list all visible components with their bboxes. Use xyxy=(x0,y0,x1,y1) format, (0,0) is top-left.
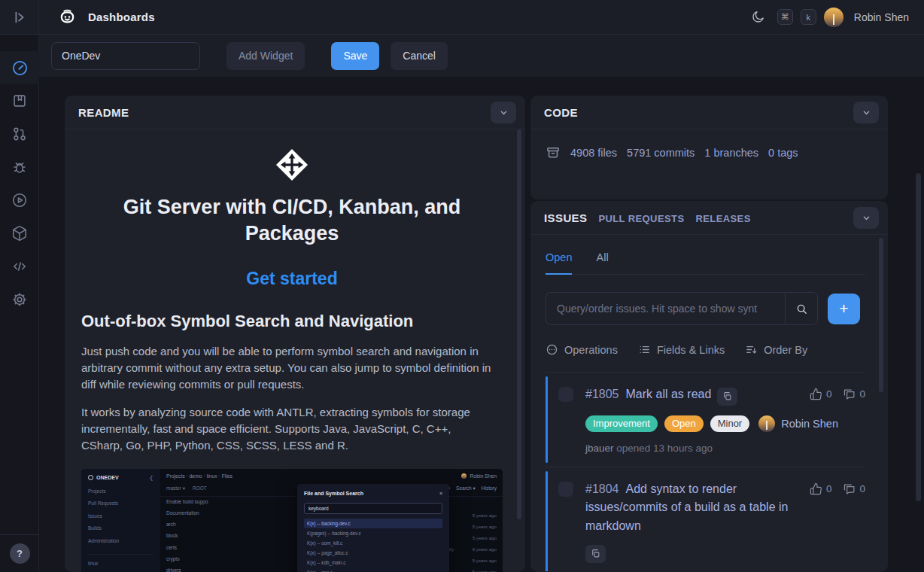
shortcut-cmd-key: ⌘ xyxy=(777,9,793,25)
copy-button[interactable] xyxy=(585,545,606,563)
issues-collapse-button[interactable] xyxy=(853,207,879,229)
thumbs-up-icon xyxy=(810,388,822,400)
readme-paragraph-2: It works by analyzing source code with A… xyxy=(81,404,494,453)
issue-actions: 0 0 xyxy=(810,388,865,400)
save-button[interactable]: Save xyxy=(331,42,379,70)
code-icon xyxy=(11,258,28,275)
issue-title[interactable]: #1804Add syntax to render issues/commits… xyxy=(585,480,810,536)
screenshot-collapse-icon: ❬ xyxy=(149,475,153,481)
expand-sidebar-icon[interactable] xyxy=(11,9,28,26)
circle-ellipsis-icon xyxy=(546,343,558,356)
screenshot-breadcrumb: Projects · demo · linux · Files xyxy=(166,473,233,479)
screenshot-user: Robin Shen xyxy=(461,473,497,479)
rail-nav xyxy=(0,51,38,316)
sidebar-item-issues[interactable] xyxy=(0,151,39,184)
issue-checkbox[interactable] xyxy=(558,387,573,402)
issue-actions: 0 0 xyxy=(810,482,865,495)
label-open[interactable]: Open xyxy=(664,415,704,432)
copy-button[interactable] xyxy=(717,388,737,406)
query-input-group xyxy=(546,292,818,325)
code-widget-header: CODE xyxy=(530,96,888,129)
issues-scrollbar[interactable] xyxy=(879,238,883,392)
code-collapse-button[interactable] xyxy=(853,102,879,123)
left-rail: ? xyxy=(0,0,39,572)
onedev-diamond-logo xyxy=(81,148,503,182)
search-button[interactable] xyxy=(785,292,818,325)
assignee-avatar xyxy=(758,415,775,432)
dashboard-name-input[interactable] xyxy=(51,42,200,70)
label-improvement[interactable]: Improvement xyxy=(585,415,658,432)
chevron-down-icon xyxy=(498,107,509,118)
readme-widget: README Git Server with CI/CD, Kanban, an… xyxy=(65,96,525,572)
vote-action[interactable]: 0 xyxy=(810,482,832,495)
screenshot-file-list: Enable build suppoDocumentationarchblock… xyxy=(166,499,249,572)
sidebar-item-packages[interactable] xyxy=(0,217,39,250)
readme-content: Git Server with CI/CD, Kanban, and Packa… xyxy=(65,129,525,572)
releases-link[interactable]: RELEASES xyxy=(695,213,750,224)
comment-icon xyxy=(843,388,856,400)
user-avatar[interactable] xyxy=(824,8,843,27)
commits-stat-link[interactable]: 5791 commits xyxy=(627,147,695,159)
user-name[interactable]: Robin Shen xyxy=(854,11,909,23)
sidebar-item-code[interactable] xyxy=(0,250,39,283)
thumbs-up-icon xyxy=(810,482,822,495)
add-widget-button[interactable]: Add Widget xyxy=(226,42,305,70)
screenshot-search-query: keyboard xyxy=(304,503,442,514)
issue-row-1804[interactable]: #1804Add syntax to render issues/commits… xyxy=(546,467,865,572)
rail-bottom: ? xyxy=(0,534,39,572)
tab-all[interactable]: All xyxy=(596,251,608,274)
onedev-logo-icon xyxy=(57,7,78,27)
help-button[interactable]: ? xyxy=(10,543,30,564)
fields-links-menu[interactable]: Fields & Links xyxy=(638,343,725,356)
issue-assignee[interactable]: Robin Shen xyxy=(758,415,838,432)
readme-heading: Git Server with CI/CD, Kanban, and Packa… xyxy=(104,194,480,246)
issue-main: #1805Mark all as read 0 0 xyxy=(585,385,865,454)
dark-mode-icon[interactable] xyxy=(751,10,765,24)
readme-subheading: Out-of-box Symbol Search and Navigation xyxy=(81,312,503,331)
page-scrollbar[interactable] xyxy=(916,173,921,501)
issues-search-row: + xyxy=(546,292,865,325)
comment-action[interactable]: 0 xyxy=(843,482,865,495)
issue-title[interactable]: #1805Mark all as read xyxy=(585,385,810,406)
label-minor[interactable]: Minor xyxy=(710,415,750,432)
issue-number: #1804 xyxy=(585,482,619,495)
sidebar-item-wiki[interactable] xyxy=(0,84,39,117)
sidebar-item-dashboards[interactable] xyxy=(0,51,39,84)
readme-scrollbar[interactable] xyxy=(517,129,521,519)
assignee-name: Robin Shen xyxy=(781,418,838,430)
branches-stat-link[interactable]: 1 branches xyxy=(704,147,758,159)
page-title: Dashboards xyxy=(88,11,155,23)
tab-open[interactable]: Open xyxy=(546,251,572,275)
sidebar-item-administration[interactable] xyxy=(0,283,39,316)
add-issue-button[interactable]: + xyxy=(828,294,860,324)
tags-stat-link[interactable]: 0 tags xyxy=(768,147,798,159)
issues-menus-row: Operations Fields & Links Order By xyxy=(546,343,865,356)
files-stat-link[interactable]: 4908 files xyxy=(570,147,617,159)
operations-menu[interactable]: Operations xyxy=(546,343,618,356)
gauge-icon xyxy=(11,59,29,77)
order-by-menu[interactable]: Order By xyxy=(745,343,807,356)
readme-collapse-button[interactable] xyxy=(491,102,516,123)
archive-icon xyxy=(546,145,561,160)
screenshot-search-modal: File and Symbol Search × keyboard K(x) -… xyxy=(297,484,449,572)
comment-action[interactable]: 0 xyxy=(843,388,865,400)
issue-query-input[interactable] xyxy=(546,292,785,325)
chevron-down-icon xyxy=(861,212,872,224)
issue-labels: Improvement Open Minor Robin Shen xyxy=(585,415,865,432)
screenshot-search-results: K(x) -- backing-dev.cK(pages) -- backing… xyxy=(304,519,442,572)
comment-icon xyxy=(843,482,856,495)
code-widget-title: CODE xyxy=(544,106,578,119)
issue-row-1805[interactable]: #1805Mark all as read 0 0 xyxy=(546,372,865,467)
vote-action[interactable]: 0 xyxy=(810,388,832,400)
list-icon xyxy=(638,343,651,356)
cancel-button[interactable]: Cancel xyxy=(391,42,448,70)
pull-requests-link[interactable]: PULL REQUESTS xyxy=(598,213,684,224)
get-started-link[interactable]: Get started xyxy=(81,269,503,289)
issue-checkbox[interactable] xyxy=(558,482,573,497)
issues-widget: ISSUES PULL REQUESTS RELEASES Open All xyxy=(530,201,888,572)
rail-top xyxy=(0,0,38,35)
dashboard-canvas: README Git Server with CI/CD, Kanban, an… xyxy=(39,77,924,572)
sidebar-item-pull-requests[interactable] xyxy=(0,117,39,151)
screenshot-nav-list: ProjectsPull RequestsIssuesBuildsAdminis… xyxy=(88,488,153,543)
sidebar-item-builds[interactable] xyxy=(0,184,39,217)
